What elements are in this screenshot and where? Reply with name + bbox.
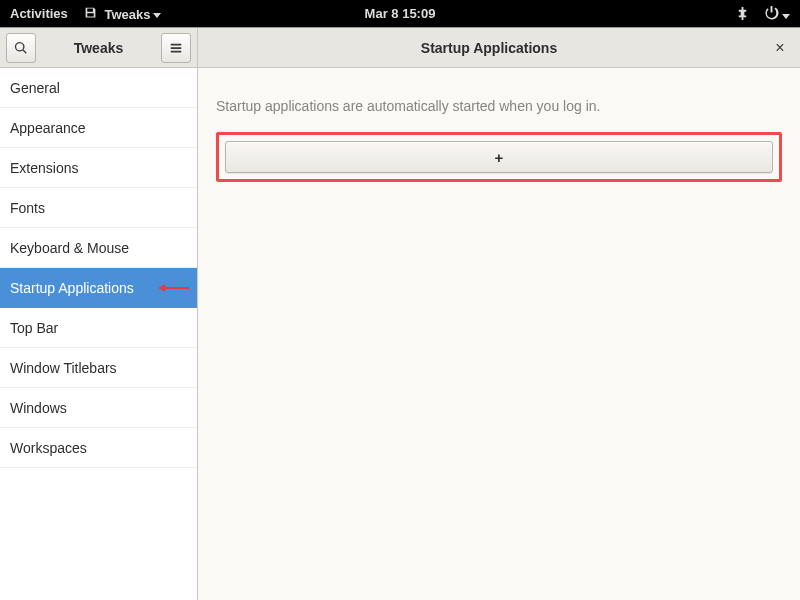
sidebar-title: Tweaks [40, 40, 157, 56]
page-title: Startup Applications [208, 40, 770, 56]
sidebar-item-label: Workspaces [10, 440, 87, 456]
app-menu-label: Tweaks [104, 7, 150, 22]
app-menu[interactable]: Tweaks [84, 6, 162, 22]
sidebar-item-extensions[interactable]: Extensions [0, 148, 197, 188]
annotation-highlight: + [216, 132, 782, 182]
sidebar-item-fonts[interactable]: Fonts [0, 188, 197, 228]
sidebar-item-label: Window Titlebars [10, 360, 117, 376]
search-icon [14, 41, 28, 55]
power-icon [764, 5, 779, 20]
sidebar-item-window-titlebars[interactable]: Window Titlebars [0, 348, 197, 388]
main-body: Startup applications are automatically s… [198, 68, 800, 212]
sidebar-item-startup-applications[interactable]: Startup Applications [0, 268, 197, 308]
sidebar-item-label: Keyboard & Mouse [10, 240, 129, 256]
sidebar-item-windows[interactable]: Windows [0, 388, 197, 428]
hamburger-button[interactable] [161, 33, 191, 63]
sidebar-item-label: Extensions [10, 160, 78, 176]
network-icon[interactable] [735, 6, 750, 21]
close-button[interactable]: × [770, 38, 790, 58]
add-startup-app-button[interactable]: + [225, 141, 773, 173]
search-button[interactable] [6, 33, 36, 63]
sidebar-item-label: General [10, 80, 60, 96]
system-menu[interactable] [764, 5, 790, 23]
sidebar-item-general[interactable]: General [0, 68, 197, 108]
sidebar-item-top-bar[interactable]: Top Bar [0, 308, 197, 348]
main-header: Startup Applications × [198, 28, 800, 68]
annotation-arrow [158, 284, 189, 292]
sidebar-item-label: Top Bar [10, 320, 58, 336]
gnome-topbar: Activities Tweaks Mar 8 15:09 [0, 0, 800, 27]
sidebar-item-appearance[interactable]: Appearance [0, 108, 197, 148]
description-text: Startup applications are automatically s… [216, 98, 782, 114]
sidebar-item-workspaces[interactable]: Workspaces [0, 428, 197, 468]
floppy-icon [84, 6, 97, 19]
clock[interactable]: Mar 8 15:09 [365, 6, 436, 21]
sidebar-item-label: Fonts [10, 200, 45, 216]
sidebar-list: GeneralAppearanceExtensionsFontsKeyboard… [0, 68, 197, 600]
sidebar-item-keyboard-mouse[interactable]: Keyboard & Mouse [0, 228, 197, 268]
main-panel: Startup Applications × Startup applicati… [198, 28, 800, 600]
activities-button[interactable]: Activities [10, 6, 68, 21]
hamburger-icon [169, 41, 183, 55]
sidebar-header: Tweaks [0, 28, 197, 68]
sidebar-item-label: Startup Applications [10, 280, 134, 296]
sidebar-item-label: Windows [10, 400, 67, 416]
sidebar-item-label: Appearance [10, 120, 86, 136]
caret-down-icon [782, 14, 790, 19]
caret-down-icon [153, 13, 161, 18]
tweaks-window: Tweaks GeneralAppearanceExtensionsFontsK… [0, 27, 800, 600]
sidebar: Tweaks GeneralAppearanceExtensionsFontsK… [0, 28, 198, 600]
